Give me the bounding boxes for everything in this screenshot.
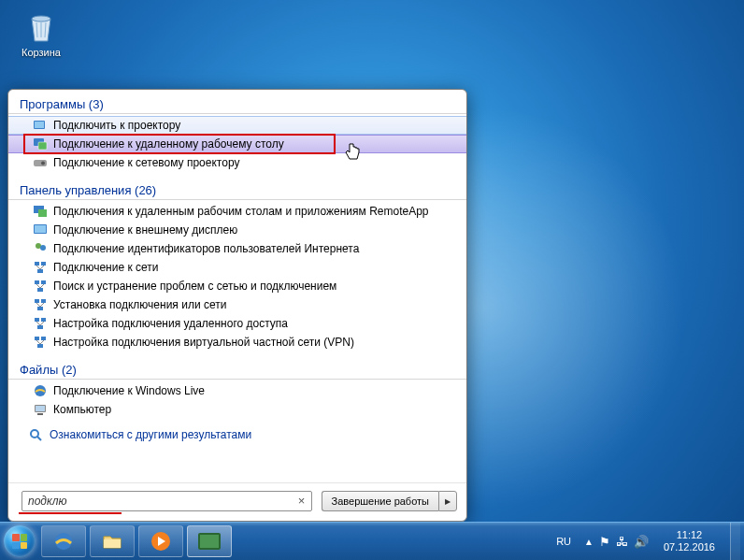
network-icon [33,316,48,331]
section-control-panel: Панель управления (26) [8,179,466,200]
taskbar-explorer[interactable] [90,525,135,557]
result-label: Подключение к удаленному рабочему столу [53,137,284,151]
remoteapp-icon [33,204,48,219]
svg-rect-10 [35,225,46,233]
result-troubleshoot-network[interactable]: Поиск и устранение проблем с сетью и под… [8,277,466,295]
language-indicator[interactable]: RU [552,536,575,547]
svg-rect-30 [36,406,45,411]
clock-date: 07.12.2016 [664,541,715,553]
clock-time: 11:12 [664,529,715,541]
taskbar-clock[interactable]: 11:12 07.12.2016 [658,529,721,553]
rdp-icon [33,136,48,151]
start-button[interactable] [0,523,39,560]
svg-rect-20 [41,299,46,303]
svg-point-32 [31,430,38,438]
result-label: Подключения к удаленным рабочим столам и… [53,205,429,218]
svg-rect-2 [35,122,44,128]
ie-icon [33,383,48,398]
result-label: Подключение к внешнему дисплею [53,223,237,237]
svg-rect-8 [38,209,47,217]
start-menu-bottom: × Завершение работы ▶ [8,482,466,521]
svg-rect-31 [37,413,43,415]
shutdown-button[interactable]: Завершение работы [322,491,438,511]
svg-rect-35 [104,539,121,548]
see-more-results[interactable]: Ознакомиться с другими результатами [8,419,466,445]
computer-icon [33,402,48,417]
app-window-icon [197,532,222,551]
system-tray: RU ▲ ⚑ 🖧 🔊 11:12 07.12.2016 [552,523,744,560]
result-label: Компьютер [53,403,111,416]
network-tray-icon[interactable]: 🖧 [616,535,628,549]
svg-point-0 [32,16,50,22]
svg-rect-14 [41,262,46,266]
projector-icon [33,118,48,133]
svg-rect-22 [35,318,39,322]
svg-rect-25 [35,337,39,340]
result-remoteapp[interactable]: Подключения к удаленным рабочим столам и… [8,202,466,221]
svg-rect-24 [37,325,43,329]
svg-rect-4 [38,142,47,150]
show-desktop-button[interactable] [730,523,740,560]
result-setup-connection[interactable]: Установка подключения или сети [8,295,466,314]
svg-line-33 [37,437,41,440]
svg-rect-17 [41,280,46,284]
result-setup-vpn[interactable]: Настройка подключения виртуальной частно… [8,333,466,352]
taskbar-running-app[interactable] [187,525,232,557]
network-icon [33,279,48,294]
svg-point-6 [41,162,45,165]
taskbar-media-player[interactable] [138,525,183,557]
svg-rect-19 [35,299,39,303]
show-hidden-icons[interactable]: ▲ [584,537,594,547]
section-files: Файлы (2) [8,359,466,380]
network-icon [33,335,48,350]
result-internet-ids[interactable]: Подключение идентификаторов пользователе… [8,239,466,258]
result-external-display[interactable]: Подключение к внешнему дисплею [8,221,466,239]
result-setup-dialup[interactable]: Настройка подключения удаленного доступа [8,314,466,333]
network-icon [33,260,48,275]
trash-icon [22,7,60,45]
network-projector-icon [33,155,48,170]
start-menu-search-panel: Программы (3) Подключить к проектору Под… [7,89,467,522]
shutdown-button-group: Завершение работы ▶ [322,491,457,511]
volume-icon[interactable]: 🔊 [634,535,649,549]
svg-point-12 [40,245,46,251]
result-connect-network[interactable]: Подключение к сети [8,258,466,277]
see-more-label: Ознакомиться с другими результатами [50,428,251,441]
result-network-projector[interactable]: Подключение к сетевому проектору [8,153,466,172]
result-connect-projector[interactable]: Подключить к проектору [8,116,466,135]
recycle-bin-label: Корзина [13,47,69,58]
result-label: Настройка подключения виртуальной частно… [53,336,354,349]
search-box-container: × [21,491,312,511]
result-label: Подключить к проектору [53,119,180,132]
svg-rect-18 [37,288,43,292]
result-windows-live[interactable]: Подключение к Windows Live [8,381,466,400]
clear-search-button[interactable]: × [295,495,308,508]
section-programs: Программы (3) [8,93,466,114]
windows-logo-icon [4,525,36,557]
network-icon [33,297,48,312]
taskbar-ie[interactable] [41,525,86,557]
result-label: Подключение к сетевому проектору [53,156,239,169]
svg-rect-13 [35,262,39,266]
action-center-icon[interactable]: ⚑ [599,535,610,549]
result-label: Подключение к сети [53,261,158,274]
red-underline [19,512,122,514]
display-icon [33,223,48,237]
search-icon [29,428,42,441]
svg-rect-23 [41,318,46,322]
svg-rect-27 [37,344,43,348]
shutdown-options-arrow[interactable]: ▶ [438,491,457,511]
svg-rect-26 [41,337,46,340]
result-computer[interactable]: Компьютер [8,400,466,419]
result-label: Поиск и устранение проблем с сетью и под… [53,280,336,293]
search-input[interactable] [21,491,312,511]
folder-icon [101,530,123,553]
result-label: Установка подключения или сети [53,298,226,311]
result-remote-desktop[interactable]: Подключение к удаленному рабочему столу [8,135,466,153]
recycle-bin-icon[interactable]: Корзина [13,7,69,58]
media-player-icon [150,530,172,553]
svg-rect-16 [35,280,39,284]
result-label: Подключение к Windows Live [53,384,205,397]
result-label: Настройка подключения удаленного доступа [53,317,288,330]
users-icon [33,241,48,256]
